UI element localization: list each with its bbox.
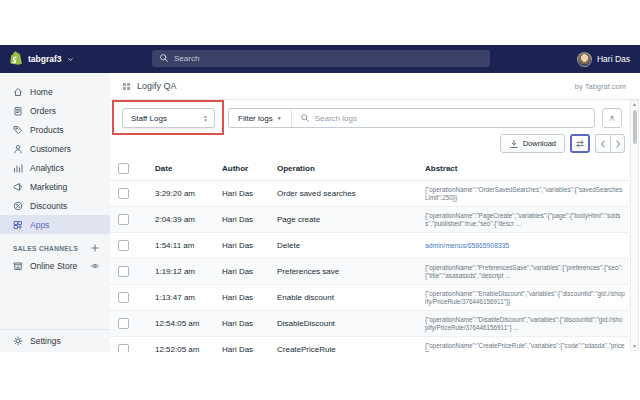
app-window: tabgraf3 Search Hari Das HomeOrdersProdu… xyxy=(0,45,640,352)
sidebar-item-label: Analytics xyxy=(30,163,64,173)
filter-logs-button[interactable]: Filter logs ▼ xyxy=(229,109,292,127)
marketing-icon xyxy=(13,182,23,192)
log-abstract: {"operationName":"PageCreate","variables… xyxy=(425,212,629,228)
log-date: 1:13:47 am xyxy=(155,293,222,302)
next-page-button[interactable] xyxy=(610,134,625,153)
sidebar-item-products[interactable]: Products xyxy=(0,120,110,139)
sidebar-item-settings[interactable]: Settings xyxy=(0,329,110,352)
table-row: 3:29:20 amHari DasOrder saved searches{"… xyxy=(110,181,629,207)
app-grid-icon xyxy=(122,82,131,91)
table-row: 12:52:05 amHari DasCreatePriceRule{"oper… xyxy=(110,337,629,352)
select-updown-icon xyxy=(202,114,209,123)
view-store-icon[interactable] xyxy=(90,261,100,271)
log-author: Hari Das xyxy=(222,241,277,250)
swap-view-button[interactable] xyxy=(570,134,590,153)
sidebar-item-label: Discounts xyxy=(30,201,67,211)
row-checkbox[interactable] xyxy=(118,266,129,277)
vertical-scrollbar[interactable]: ▲ ▼ xyxy=(630,100,639,351)
log-author: Hari Das xyxy=(222,215,277,224)
column-header-abstract: Abstract xyxy=(425,164,629,173)
log-date: 12:54:05 am xyxy=(155,319,222,328)
add-sales-channel-button[interactable] xyxy=(90,243,100,253)
top-bar: tabgraf3 Search Hari Das xyxy=(0,45,640,73)
filter-logs-label: Filter logs xyxy=(238,114,273,123)
log-author: Hari Das xyxy=(222,293,277,302)
logs-table: DateAuthorOperationAbstract 3:29:20 amHa… xyxy=(110,156,629,352)
store-name: tabgraf3 xyxy=(28,54,62,64)
sidebar-item-label: Apps xyxy=(30,220,49,230)
home-icon xyxy=(13,87,23,97)
sidebar-item-label: Home xyxy=(30,87,53,97)
log-abstract: {"operationName":"CreatePriceRule","vari… xyxy=(425,342,629,353)
app-byline: by Tabgraf.com xyxy=(575,82,626,91)
log-date: 1:19:12 am xyxy=(155,267,222,276)
avatar xyxy=(577,52,592,67)
sidebar-item-label: Customers xyxy=(30,144,71,154)
customers-icon xyxy=(13,144,23,154)
log-author: Hari Das xyxy=(222,189,277,198)
sidebar-item-apps[interactable]: Apps xyxy=(0,215,110,234)
sidebar-item-online-store[interactable]: Online Store xyxy=(0,256,110,275)
sidebar-item-analytics[interactable]: Analytics xyxy=(0,158,110,177)
log-operation: DisableDiscount xyxy=(277,319,425,328)
search-icon xyxy=(300,113,310,123)
row-checkbox[interactable] xyxy=(118,188,129,199)
user-menu[interactable]: Hari Das xyxy=(577,45,630,73)
chevron-down-icon xyxy=(67,56,74,63)
log-type-value: Staff Logs xyxy=(131,114,167,123)
global-search-placeholder: Search xyxy=(174,54,199,63)
row-checkbox[interactable] xyxy=(118,214,129,225)
log-abstract: {"operationName":"PreferencesSave","vari… xyxy=(425,264,629,280)
sidebar-item-home[interactable]: Home xyxy=(0,82,110,101)
store-menu[interactable]: tabgraf3 xyxy=(0,51,84,68)
log-abstract: {"operationName":"EnableDiscount","varia… xyxy=(425,290,629,306)
sidebar-item-orders[interactable]: Orders xyxy=(0,101,110,120)
sidebar: HomeOrdersProductsCustomersAnalyticsMark… xyxy=(0,73,110,352)
log-date: 1:54:11 am xyxy=(155,241,222,250)
search-logs-input[interactable]: Search logs xyxy=(292,109,594,127)
column-header-operation: Operation xyxy=(277,164,425,173)
table-row: 2:04:39 amHari DasPage create{"operation… xyxy=(110,207,629,233)
products-icon xyxy=(13,125,23,135)
pagination xyxy=(595,134,625,153)
table-row: 12:54:05 amHari DasDisableDiscount{"oper… xyxy=(110,311,629,337)
caret-down-icon: ▼ xyxy=(277,115,282,121)
sidebar-item-label: Online Store xyxy=(30,261,77,271)
log-operation: Order saved searches xyxy=(277,189,425,198)
sales-channels-heading: SALES CHANNELS xyxy=(13,245,78,252)
log-type-select[interactable]: Staff Logs xyxy=(122,108,215,128)
column-header-author: Author xyxy=(222,164,277,173)
previous-page-button[interactable] xyxy=(595,134,610,153)
search-logs-placeholder: Search logs xyxy=(315,114,357,123)
global-search-input[interactable]: Search xyxy=(152,50,490,67)
author-filter-button[interactable] xyxy=(602,108,622,128)
log-date: 2:04:39 am xyxy=(155,215,222,224)
log-author: Hari Das xyxy=(222,319,277,328)
download-icon xyxy=(509,139,519,149)
apps-icon xyxy=(13,220,23,230)
scrollbar-thumb[interactable] xyxy=(633,110,638,144)
row-checkbox[interactable] xyxy=(118,344,129,352)
app-header: Logify QA by Tabgraf.com xyxy=(110,73,640,100)
row-checkbox[interactable] xyxy=(118,240,129,251)
actions-row: Download xyxy=(110,134,625,153)
download-button[interactable]: Download xyxy=(500,134,565,153)
log-operation: Page create xyxy=(277,215,425,224)
storefront-icon xyxy=(13,261,23,271)
scroll-up-icon[interactable]: ▲ xyxy=(632,102,637,107)
shopify-logo-icon xyxy=(10,51,23,68)
select-all-checkbox[interactable] xyxy=(118,163,129,174)
log-operation: Delete xyxy=(277,241,425,250)
sidebar-item-marketing[interactable]: Marketing xyxy=(0,177,110,196)
analytics-icon xyxy=(13,163,23,173)
sidebar-item-discounts[interactable]: Discounts xyxy=(0,196,110,215)
main-panel: Logify QA by Tabgraf.com Staff Logs Filt… xyxy=(110,73,640,352)
log-abstract: {"operationName":"OrderSavedSearches","v… xyxy=(425,186,629,202)
row-checkbox[interactable] xyxy=(118,292,129,303)
sidebar-item-customers[interactable]: Customers xyxy=(0,139,110,158)
row-checkbox[interactable] xyxy=(118,318,129,329)
gear-icon xyxy=(13,336,23,346)
settings-label: Settings xyxy=(30,336,61,346)
log-abstract-link[interactable]: admin/menus/65865908335 xyxy=(425,242,629,250)
scroll-down-icon[interactable]: ▼ xyxy=(632,344,637,349)
